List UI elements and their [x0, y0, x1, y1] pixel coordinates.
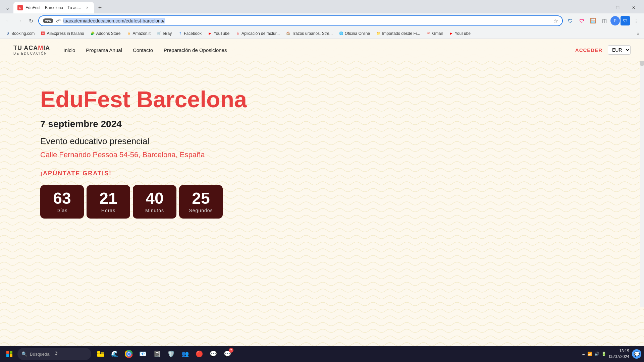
event-date: 7 septiembre 2024	[40, 119, 604, 129]
nav-contacto[interactable]: Contacto	[133, 47, 153, 53]
taskbar-app-badge[interactable]: 💬 7	[221, 347, 234, 361]
svg-point-12	[127, 353, 130, 355]
notification-center-button[interactable]: 💬	[632, 349, 641, 359]
bookmark-youtube1[interactable]: ▶ YouTube	[205, 30, 232, 37]
taskbar-app-outlook[interactable]: 📧	[136, 347, 150, 361]
taskbar-app-onenote[interactable]: 📓	[150, 347, 164, 361]
tab-close-button[interactable]: ×	[85, 5, 90, 10]
logo-text-bottom: DE EDUCACIÓN	[13, 52, 50, 55]
close-button[interactable]: ✕	[626, 2, 641, 13]
addons-favicon: 🧩	[90, 31, 95, 36]
back-button[interactable]: ←	[3, 15, 13, 26]
svg-rect-6	[101, 352, 104, 354]
facebook-favicon: f	[178, 31, 182, 36]
bookmark-importado[interactable]: 📁 Importado desde Fi...	[373, 30, 423, 37]
minimize-button[interactable]: —	[594, 2, 609, 13]
nav-programa[interactable]: Programa Anual	[86, 47, 122, 53]
battery-icon[interactable]: 🔋	[601, 352, 606, 356]
logo-m: M	[38, 45, 43, 51]
bookmark-label: YouTube	[214, 31, 229, 36]
security-icon: ☍	[56, 18, 61, 23]
url-bar[interactable]: VPN ☍ tuacademiadeeducacion.com/edufest-…	[38, 15, 563, 26]
bookmark-label: Oficina Online	[345, 31, 370, 36]
amazon-favicon: a	[126, 31, 131, 36]
bookmark-factura[interactable]: a Aplicación de factur...	[233, 30, 282, 37]
start-button[interactable]	[3, 347, 16, 361]
booking-favicon: B	[5, 31, 10, 36]
svg-rect-5	[97, 354, 104, 357]
bookmark-facebook[interactable]: f Facebook	[175, 30, 204, 37]
url-text[interactable]: tuacademiadeeducacion.com/edufest-barcel…	[63, 18, 548, 23]
logo-tu: TU ACA	[13, 45, 38, 51]
nav-inicio[interactable]: Inicio	[63, 47, 75, 53]
logo-ia: IA	[43, 45, 50, 51]
bookmark-label: Trazos urbanos, Stre...	[292, 31, 333, 36]
nav-controls: ← → ↻	[3, 15, 36, 26]
address-bar: ← → ↻ VPN ☍ tuacademiadeeducacion.com/ed…	[0, 13, 644, 28]
ebay-favicon: 🛒	[157, 31, 161, 36]
hours-label: Horas	[101, 208, 115, 213]
wifi-icon[interactable]: 📶	[587, 352, 592, 356]
bookmark-label: Importado desde Fi...	[382, 31, 420, 36]
bookmark-oficina[interactable]: 🌐 Oficina Online	[336, 30, 373, 37]
forward-button[interactable]: →	[14, 15, 25, 26]
browser-chrome: ⌄ E EduFest – Barcelona – Tu acade... × …	[0, 0, 644, 39]
brave-shield-icon[interactable]: 🛡	[576, 15, 587, 26]
hours-value: 21	[99, 190, 117, 206]
bookmark-booking[interactable]: B Booking.com	[3, 30, 37, 37]
taskbar-app-edge[interactable]: 🌊	[108, 347, 121, 361]
window-controls: — ❐ ✕	[594, 2, 641, 13]
minutes-label: Minutos	[145, 208, 164, 213]
tab-list-button[interactable]: ⌄	[3, 3, 12, 12]
youtube-favicon: ▶	[208, 31, 212, 36]
bookmark-label: Addons Store	[96, 31, 121, 36]
taskbar-app-eset[interactable]: 🔴	[193, 347, 206, 361]
bookmark-youtube2[interactable]: ▶ YouTube	[446, 30, 473, 37]
cloud-icon[interactable]: ☁	[581, 352, 585, 356]
site-logo[interactable]: TU ACAMIA DE EDUCACIÓN	[13, 45, 50, 55]
bookmark-addons[interactable]: 🧩 Addons Store	[88, 30, 123, 37]
cortana-icon: 🎙	[54, 351, 59, 357]
taskbar-app-unknown[interactable]: 💬	[207, 347, 220, 361]
main-content: EduFest Barcelona 7 septiembre 2024 Even…	[0, 61, 644, 239]
bookmark-star-icon[interactable]: ☆	[553, 18, 558, 24]
new-tab-button[interactable]: +	[95, 3, 105, 12]
taskbar-app-teams[interactable]: 👥	[178, 347, 192, 361]
bookmark-aliexpress[interactable]: 🅰 AliExpress in Italiano	[38, 30, 87, 37]
volume-icon[interactable]: 🔊	[594, 352, 599, 356]
taskbar-app-chrome[interactable]	[122, 347, 136, 361]
nav-oposiciones[interactable]: Preparación de Oposiciones	[164, 47, 227, 53]
norton-icon[interactable]: 🛡	[565, 15, 576, 26]
event-type: Evento educativo presencial	[40, 136, 604, 146]
bookmarks-more-button[interactable]: »	[635, 30, 641, 37]
bookmark-gmail[interactable]: ✉ Gmail	[424, 30, 445, 37]
event-title: EduFest Barcelona	[40, 88, 604, 111]
taskbar-app-explorer[interactable]	[94, 347, 107, 361]
trazos-favicon: 🏠	[286, 31, 290, 36]
bookmark-amazon[interactable]: a Amazon.it	[124, 30, 153, 37]
menu-button[interactable]: ⋮	[631, 15, 641, 26]
reload-button[interactable]: ↻	[25, 15, 36, 26]
extensions-icon[interactable]: 🪟	[588, 15, 598, 26]
days-label: Días	[57, 208, 68, 213]
taskbar-search[interactable]: 🔍 Búsqueda 🎙	[17, 348, 91, 360]
acceder-button[interactable]: ACCEDER	[575, 47, 602, 53]
taskbar: 🔍 Búsqueda 🎙 🌊 📧 📓 🛡️ 👥 🔴	[0, 346, 644, 362]
maximize-button[interactable]: ❐	[610, 2, 625, 13]
taskbar-clock[interactable]: 13:19 05/07/2024	[609, 348, 629, 360]
active-tab[interactable]: E EduFest – Barcelona – Tu acade... ×	[13, 2, 94, 13]
bookmark-trazos[interactable]: 🏠 Trazos urbanos, Stre...	[283, 30, 335, 37]
currency-selector[interactable]: EUR USD	[608, 45, 631, 55]
bookmark-ebay[interactable]: 🛒 eBay	[154, 30, 174, 37]
brave-vpn-icon[interactable]: 🛡	[621, 16, 630, 25]
bookmark-label: Gmail	[432, 31, 443, 36]
taskbar-app-defender[interactable]: 🛡️	[164, 347, 178, 361]
profile-button[interactable]: P	[610, 16, 620, 25]
bookmark-label: Booking.com	[11, 31, 35, 36]
bookmark-label: eBay	[163, 31, 172, 36]
signup-cta[interactable]: ¡APÚNTATE GRATIS!	[40, 170, 604, 177]
countdown-days: 63 Días	[40, 185, 84, 219]
nav-right: ACCEDER EUR USD	[575, 45, 631, 55]
bookmark-label: YouTube	[455, 31, 471, 36]
sidebar-toggle[interactable]: ◫	[599, 15, 610, 26]
